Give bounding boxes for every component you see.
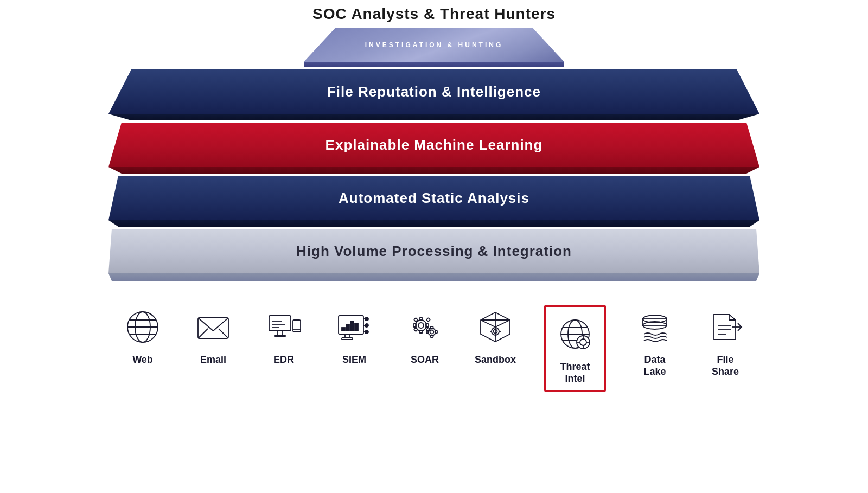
integration-web[interactable]: Web	[121, 305, 164, 366]
pyramid-container: INVESTIGATION & HUNTING File Reputation …	[108, 28, 760, 281]
svg-rect-46	[355, 323, 358, 331]
svg-point-47	[365, 317, 368, 321]
svg-rect-67	[426, 331, 429, 334]
threat-intel-icon	[556, 315, 594, 353]
integration-edr[interactable]: EDR	[262, 305, 305, 366]
file-share-label-line2: Share	[712, 366, 739, 378]
integration-file-share[interactable]: File Share	[704, 305, 747, 377]
svg-rect-34	[275, 335, 285, 337]
svg-rect-58	[426, 324, 429, 327]
svg-rect-55	[419, 318, 423, 321]
svg-rect-68	[435, 331, 437, 334]
svg-rect-29	[198, 318, 228, 338]
integration-sandbox[interactable]: Sandbox	[474, 305, 517, 366]
web-label: Web	[132, 354, 153, 366]
data-lake-label-line1: Data	[643, 354, 666, 366]
edr-label: EDR	[273, 354, 294, 366]
integration-siem[interactable]: SIEM	[333, 305, 376, 366]
file-share-icon	[706, 308, 744, 346]
svg-rect-65	[431, 326, 433, 329]
svg-rect-66	[431, 335, 433, 337]
svg-rect-33	[278, 331, 282, 335]
svg-line-30	[198, 329, 208, 338]
svg-rect-61	[414, 328, 418, 331]
svg-rect-60	[426, 318, 430, 322]
integrations-row: Web Email	[0, 305, 868, 392]
integration-soar[interactable]: SOAR	[403, 305, 446, 366]
svg-point-64	[430, 330, 434, 334]
file-reputation-text: File Reputation & Intelligence	[327, 84, 541, 100]
svg-point-63	[428, 328, 436, 336]
email-icon	[194, 308, 232, 346]
svg-rect-44	[346, 324, 349, 331]
integration-data-lake[interactable]: Data Lake	[633, 305, 676, 377]
layer-file-reputation: File Reputation & Intelligence	[108, 69, 760, 120]
threat-intel-label-line2: Intel	[560, 373, 590, 385]
svg-rect-87	[643, 319, 667, 325]
svg-point-48	[365, 324, 368, 327]
file-share-label-line1: File	[712, 354, 739, 366]
investigation-layer: INVESTIGATION & HUNTING	[304, 28, 564, 62]
svg-point-49	[365, 330, 368, 334]
siem-label: SIEM	[342, 354, 366, 366]
layer-static-analysis: Automated Static Analysis	[108, 176, 760, 227]
sandbox-label: Sandbox	[475, 354, 516, 366]
globe-icon	[124, 308, 162, 346]
threat-intel-label-line1: Threat	[560, 361, 590, 373]
edr-icon	[265, 308, 303, 346]
investigation-label: INVESTIGATION & HUNTING	[365, 41, 503, 49]
siem-icon	[335, 308, 373, 346]
page-title: SOC Analysts & Threat Hunters	[312, 5, 556, 23]
layer-high-volume: High Volume Processing & Integration	[108, 229, 760, 281]
svg-rect-56	[419, 330, 423, 333]
email-label: Email	[200, 354, 226, 366]
svg-rect-42	[342, 338, 353, 340]
svg-rect-57	[413, 324, 416, 327]
high-volume-text: High Volume Processing & Integration	[296, 243, 572, 260]
soar-icon	[406, 308, 444, 346]
svg-rect-41	[345, 334, 349, 338]
svg-rect-43	[342, 328, 345, 331]
data-lake-icon	[636, 308, 674, 346]
data-lake-label-line2: Lake	[643, 366, 666, 378]
soar-label: SOAR	[411, 354, 439, 366]
svg-rect-32	[269, 316, 291, 331]
integration-threat-intel[interactable]: Threat Intel	[544, 305, 606, 392]
svg-rect-45	[350, 321, 354, 331]
svg-point-54	[418, 323, 424, 328]
static-analysis-text: Automated Static Analysis	[339, 190, 529, 207]
sandbox-icon	[476, 308, 514, 346]
integration-email[interactable]: Email	[192, 305, 235, 366]
ml-text: Explainable Machine Learning	[326, 137, 543, 153]
layer-machine-learning: Explainable Machine Learning	[108, 123, 760, 174]
svg-line-31	[219, 329, 228, 338]
